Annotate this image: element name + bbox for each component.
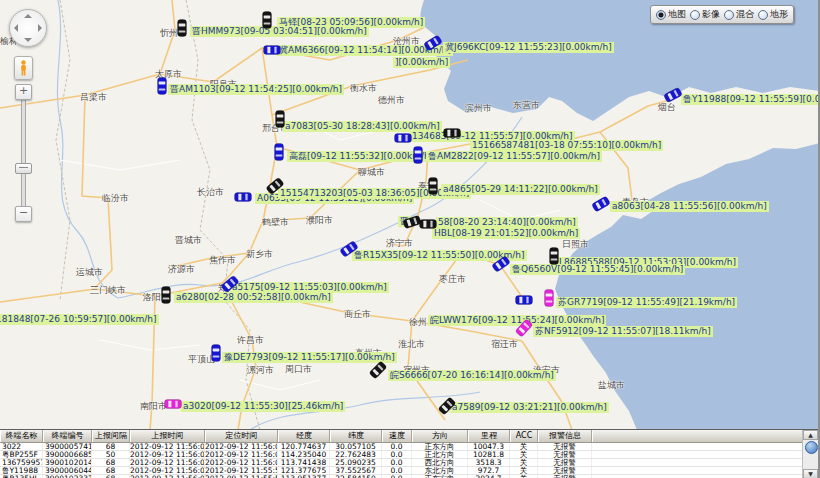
map-canvas[interactable]: 榆林忻州市太原市阳泉市吕梁市衡水市德州市沧州市滨州市东营市烟台邢台市聊城市临汾市…	[0, 0, 818, 429]
vehicle-car-icon[interactable]	[268, 141, 290, 163]
column-header-12[interactable]	[592, 430, 803, 442]
maptype-option-0[interactable]: 地图	[656, 8, 686, 21]
city-label: 德州市	[378, 95, 405, 105]
vehicle-label[interactable]: a7589[09-12 03:21:21][0.00km/h]	[450, 402, 609, 413]
vehicle-car-icon[interactable]	[436, 395, 458, 417]
pan-left-icon[interactable]	[14, 24, 18, 32]
table-row[interactable]: 136759957...3900102014682012-09-12 11:56…	[0, 459, 818, 467]
vehicle-label[interactable]: 58[08-20 23:14:40][0.00km/h]	[436, 217, 578, 228]
vehicle-car-icon[interactable]	[513, 289, 535, 311]
vehicle-car-icon[interactable]	[441, 122, 463, 144]
vehicle-label[interactable]: a6280[02-28 00:52:58][0.00km/h]	[174, 292, 333, 303]
pegman-streetview-control[interactable]	[14, 56, 33, 80]
vehicle-car-icon[interactable]	[269, 108, 291, 130]
vehicle-car-icon[interactable]	[662, 84, 684, 106]
column-header-8[interactable]: 方向	[412, 430, 468, 442]
vehicle-car-icon[interactable]	[538, 287, 560, 309]
map-pan-control[interactable]	[9, 9, 47, 47]
vehicle-car-icon[interactable]	[422, 32, 444, 54]
table-row[interactable]: 30223900005741682012-09-12 11:56:092012-…	[0, 443, 818, 451]
vehicle-car-icon[interactable]	[338, 238, 360, 260]
zoom-out-button[interactable]: −	[15, 206, 32, 222]
vehicle-label[interactable]: 15166587481[03-18 07:55:10][0.00km/h]	[470, 140, 663, 151]
maptype-option-label: 影像	[702, 8, 720, 21]
column-header-2[interactable]: 上报间隔	[92, 430, 130, 442]
column-header-7[interactable]: 速度	[382, 430, 412, 442]
column-header-11[interactable]: 报警信息	[538, 430, 592, 442]
city-label: 周口市	[285, 364, 312, 374]
vehicle-car-icon[interactable]	[422, 175, 444, 197]
vehicle-car-icon[interactable]	[205, 342, 227, 364]
column-header-3[interactable]: 上报时间	[130, 430, 205, 442]
vehicle-label[interactable]: a3020[09-12 11:55:30][25.46km/h]	[181, 401, 345, 412]
vehicle-label[interactable]: ][0.00km/h]	[393, 57, 450, 68]
vehicle-car-icon[interactable]	[151, 75, 173, 97]
scroll-thumb[interactable]	[805, 441, 818, 454]
vehicle-label[interactable]: HBL[08-19 21:01:52][0.00km/h]	[432, 228, 580, 239]
vehicle-car-icon[interactable]	[261, 39, 283, 61]
vehicle-car-icon[interactable]	[543, 245, 565, 267]
vehicle-label[interactable]: a4865[05-29 14:11:22][0.00km/h]	[441, 184, 600, 195]
table-cell: 136759957...	[0, 459, 43, 466]
vehicle-car-icon[interactable]	[264, 175, 286, 197]
vehicle-label[interactable]: 皖S6666[07-20 16:16:14][0.00km/h]	[388, 370, 556, 381]
table-cell	[592, 467, 803, 474]
pan-up-icon[interactable]	[24, 14, 32, 18]
vehicle-label[interactable]: 鲁Y11988[09-12 11:55:59][0.00km/h]	[681, 94, 818, 105]
radio-icon[interactable]	[724, 10, 734, 20]
vehicle-car-icon[interactable]	[590, 193, 612, 215]
vehicle-car-icon[interactable]	[513, 317, 535, 339]
zoom-slider-track[interactable]	[21, 96, 26, 214]
maptype-option-2[interactable]: 混合	[724, 8, 754, 21]
table-cell: 3900005741	[43, 443, 92, 450]
vehicle-car-icon[interactable]	[171, 17, 193, 39]
zoom-in-button[interactable]: +	[15, 84, 32, 100]
column-header-0[interactable]: 终端名称	[0, 430, 43, 442]
scroll-up-button[interactable]: ▲	[803, 430, 818, 440]
vehicle-label[interactable]: 181848[07-26 10:59:57][0.00km/h]	[0, 314, 159, 325]
vehicle-car-icon[interactable]	[490, 253, 512, 275]
radio-icon[interactable]	[690, 10, 700, 20]
vehicle-label[interactable]: 晋AM1103[09-12 11:54:25][0.00km/h]	[168, 84, 344, 95]
vehicle-car-icon[interactable]	[219, 273, 241, 295]
table-body: 30223900005741682012-09-12 11:56:092012-…	[0, 443, 818, 478]
vehicle-label[interactable]: 冀J696KC[09-12 11:55:23][0.00km/h]	[443, 42, 614, 53]
column-header-10[interactable]: ACC	[510, 430, 538, 442]
vehicle-car-icon[interactable]	[232, 186, 254, 208]
pan-right-icon[interactable]	[38, 24, 42, 32]
vehicle-label[interactable]: 苏NF5912[09-12 11:55:07][18.11km/h]	[533, 326, 713, 337]
vehicle-car-icon[interactable]	[162, 393, 184, 415]
vehicle-label[interactable]: 苏GR7719[09-12 11:55:49][21.19km/h]	[556, 297, 737, 308]
scroll-down-button[interactable]: ▼	[803, 469, 818, 478]
column-header-6[interactable]: 纬度	[330, 430, 382, 442]
table-row[interactable]: 鲁Y119883900006044682012-09-12 11:56:0620…	[0, 467, 818, 475]
vehicle-label[interactable]: 鲁AM2822[09-12 11:55:57][0.00km/h]	[426, 151, 602, 162]
column-header-5[interactable]: 经度	[278, 430, 330, 442]
table-cell: 37.552567	[330, 467, 382, 474]
table-scrollbar[interactable]: ▲ ▼	[802, 430, 818, 478]
column-header-9[interactable]: 里程	[468, 430, 510, 442]
vehicle-car-icon[interactable]	[367, 359, 389, 381]
column-header-1[interactable]: 终端编号	[43, 430, 92, 442]
table-row[interactable]: 粤BP255F3900006685502012-09-12 11:56:0920…	[0, 451, 818, 459]
city-label: 临汾市	[102, 193, 129, 203]
vehicle-car-icon[interactable]	[407, 144, 429, 166]
vehicle-label[interactable]: 鲁Q6560V[09-12 11:55:45][0.00km/h]	[510, 264, 685, 275]
maptype-option-1[interactable]: 影像	[690, 8, 720, 21]
vehicle-label[interactable]: a8063[04-28 11:55:56][0.00km/h]	[610, 201, 769, 212]
maptype-option-label: 地形	[770, 8, 788, 21]
vehicle-car-icon[interactable]	[155, 284, 177, 306]
table-cell: 120.774637	[278, 443, 330, 450]
zoom-slider-handle[interactable]	[15, 163, 32, 174]
vehicle-label[interactable]: 晋HMM973[09-05 03:04:51][0.00km/h]	[190, 26, 369, 37]
city-label: 三门峡市	[90, 285, 126, 295]
table-cell: 2012-09-12 11:56:09	[130, 443, 205, 450]
pan-down-icon[interactable]	[24, 38, 32, 42]
column-header-4[interactable]: 定位时间	[205, 430, 278, 442]
vehicle-car-icon[interactable]	[256, 9, 278, 31]
table-cell: 3022	[0, 443, 43, 450]
radio-icon[interactable]	[656, 10, 666, 20]
vehicle-car-icon[interactable]	[417, 213, 439, 235]
radio-icon[interactable]	[758, 10, 768, 20]
maptype-option-3[interactable]: 地形	[758, 8, 788, 21]
